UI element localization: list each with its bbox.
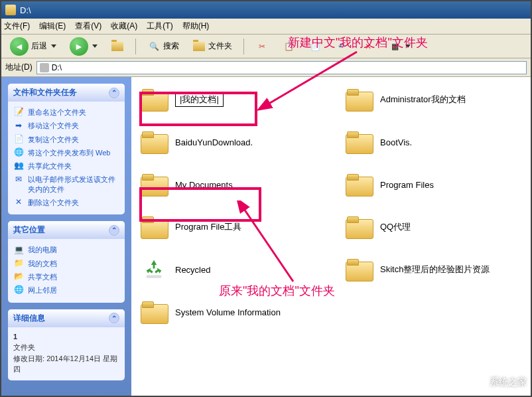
folder-item[interactable]: QQ代理 bbox=[344, 215, 523, 239]
folder-icon bbox=[139, 300, 168, 324]
main-area: 文件和文件夹任务 ⌃ 📝重命名这个文件夹➡移动这个文件夹📄复制这个文件夹🌐将这个… bbox=[1, 77, 531, 396]
details-mod-label: 修改日期: bbox=[13, 355, 44, 362]
search-label: 搜索 bbox=[163, 40, 179, 52]
folder-icon bbox=[139, 88, 168, 112]
up-button[interactable] bbox=[106, 38, 129, 55]
places-panel-header[interactable]: 其它位置 ⌃ bbox=[8, 221, 125, 239]
separator bbox=[243, 39, 244, 54]
task-item[interactable]: ➡移动这个文件夹 bbox=[13, 119, 119, 132]
toolbar: ◄ 后退 ► 🔍 搜索 文件夹 ✂ 📋 📄 ↶ ✕ ▦ bbox=[1, 35, 531, 58]
place-item[interactable]: 🌐网上邻居 bbox=[13, 283, 119, 297]
task-icon: 📄 bbox=[13, 135, 24, 144]
window-title: D:\ bbox=[20, 5, 31, 15]
task-icon: ➡ bbox=[13, 121, 24, 130]
details-title: 详细信息 bbox=[13, 313, 45, 324]
task-item[interactable]: 👥共享此文件夹 bbox=[13, 159, 119, 173]
menu-view[interactable]: 查看(V) bbox=[75, 21, 101, 32]
drive-icon bbox=[40, 63, 49, 72]
menu-edit[interactable]: 编辑(E) bbox=[39, 21, 66, 32]
folder-name: Skitch整理后的经验图片资源 bbox=[380, 264, 490, 276]
side-panel: 文件和文件夹任务 ⌃ 📝重命名这个文件夹➡移动这个文件夹📄复制这个文件夹🌐将这个… bbox=[1, 77, 131, 396]
folder-item[interactable]: BootVis. bbox=[344, 130, 523, 154]
task-item[interactable]: ✉以电子邮件形式发送该文件夹内的文件 bbox=[13, 173, 119, 196]
folder-item[interactable]: Administrator我的文档 bbox=[344, 88, 523, 112]
paste-button[interactable]: 📄 bbox=[304, 38, 326, 55]
recycle-icon bbox=[139, 258, 168, 281]
place-item[interactable]: 📁我的文档 bbox=[13, 257, 119, 270]
folder-item[interactable]: BaiduYunDownload. bbox=[139, 130, 318, 154]
folder-name: My Documents bbox=[175, 180, 233, 190]
copy-button[interactable]: 📋 bbox=[277, 38, 300, 55]
undo-button[interactable]: ↶ bbox=[330, 38, 353, 55]
places-title: 其它位置 bbox=[13, 224, 45, 236]
task-label: 删除这个文件夹 bbox=[28, 198, 79, 207]
folder-name: BaiduYunDownload. bbox=[175, 137, 253, 147]
menu-help[interactable]: 帮助(H) bbox=[182, 21, 210, 32]
tasks-panel: 文件和文件夹任务 ⌃ 📝重命名这个文件夹➡移动这个文件夹📄复制这个文件夹🌐将这个… bbox=[8, 84, 125, 214]
views-button[interactable]: ▦ bbox=[383, 38, 415, 55]
task-icon: 🌐 bbox=[13, 148, 24, 157]
menu-tools[interactable]: 工具(T) bbox=[147, 21, 172, 32]
task-item[interactable]: ✕删除这个文件夹 bbox=[13, 196, 119, 209]
watermark-logo-icon bbox=[464, 373, 486, 392]
task-label: 移动这个文件夹 bbox=[28, 121, 79, 130]
place-label: 共享文档 bbox=[28, 272, 57, 281]
folder-item[interactable]: System Volume Information bbox=[139, 300, 318, 324]
task-label: 共享此文件夹 bbox=[28, 161, 72, 171]
place-label: 我的文档 bbox=[28, 259, 57, 268]
collapse-icon: ⌃ bbox=[109, 88, 119, 98]
menu-favorites[interactable]: 收藏(A) bbox=[111, 21, 137, 32]
folder-name: Administrator我的文档 bbox=[380, 94, 466, 106]
task-icon: 👥 bbox=[13, 161, 24, 171]
paste-icon: 📄 bbox=[308, 40, 322, 53]
folders-label: 文件夹 bbox=[208, 40, 232, 52]
folders-button[interactable]: 文件夹 bbox=[188, 38, 237, 55]
cut-button[interactable]: ✂ bbox=[251, 38, 273, 55]
tasks-panel-header[interactable]: 文件和文件夹任务 ⌃ bbox=[8, 84, 125, 102]
place-label: 我的电脑 bbox=[28, 245, 57, 254]
address-label: 地址(D) bbox=[5, 62, 33, 73]
details-panel: 详细信息 ⌃ 1 文件夹 修改日期: 2014年12月14日 星期四 bbox=[8, 309, 125, 380]
folder-item[interactable]: Recycled bbox=[139, 258, 318, 281]
views-icon: ▦ bbox=[388, 40, 401, 53]
folder-item[interactable]: Skitch整理后的经验图片资源 bbox=[344, 258, 523, 281]
watermark-text: 系统之家 bbox=[490, 376, 527, 388]
folder-item[interactable]: My Documents bbox=[139, 173, 318, 197]
menu-file[interactable]: 文件(F) bbox=[4, 21, 30, 32]
forward-button[interactable]: ► bbox=[65, 35, 102, 58]
folder-name-editing[interactable]: |我的文档| bbox=[175, 92, 224, 107]
task-item[interactable]: 📝重命名这个文件夹 bbox=[13, 106, 119, 119]
place-icon: 📂 bbox=[13, 272, 24, 281]
folder-item[interactable]: Program File工具 bbox=[139, 215, 318, 239]
address-bar: 地址(D) D:\ bbox=[1, 58, 531, 77]
details-name: 1 bbox=[13, 333, 17, 341]
folder-name: Program File工具 bbox=[175, 221, 241, 233]
place-item[interactable]: 📂共享文档 bbox=[13, 270, 119, 283]
folder-icon bbox=[344, 258, 373, 281]
title-bar: D:\ bbox=[1, 1, 531, 19]
task-item[interactable]: 📄复制这个文件夹 bbox=[13, 133, 119, 146]
task-label: 将这个文件夹发布到 Web bbox=[28, 148, 110, 157]
places-body: 💻我的电脑📁我的文档📂共享文档🌐网上邻居 bbox=[8, 239, 125, 302]
details-panel-header[interactable]: 详细信息 ⌃ bbox=[8, 309, 125, 327]
back-button[interactable]: ◄ 后退 bbox=[5, 35, 61, 58]
folder-icon bbox=[139, 215, 168, 239]
folder-content[interactable]: |我的文档| Administrator我的文档BaiduYunDownload… bbox=[131, 77, 531, 396]
folders-icon bbox=[192, 40, 206, 53]
address-field[interactable]: D:\ bbox=[36, 61, 527, 74]
folder-name: Program Files bbox=[380, 180, 434, 190]
copy-icon: 📋 bbox=[282, 40, 295, 53]
dropdown-icon bbox=[405, 44, 411, 48]
task-label: 以电子邮件形式发送该文件夹内的文件 bbox=[28, 175, 119, 194]
search-button[interactable]: 🔍 搜索 bbox=[143, 38, 184, 55]
task-item[interactable]: 🌐将这个文件夹发布到 Web bbox=[13, 146, 119, 159]
folder-icon bbox=[139, 173, 168, 197]
task-label: 复制这个文件夹 bbox=[28, 135, 79, 144]
forward-icon: ► bbox=[70, 37, 88, 56]
svg-rect-0 bbox=[147, 276, 162, 278]
delete-button[interactable]: ✕ bbox=[357, 38, 379, 55]
folder-item[interactable]: |我的文档| bbox=[139, 88, 318, 112]
folder-name: Recycled bbox=[175, 265, 210, 275]
folder-item[interactable]: Program Files bbox=[344, 173, 523, 197]
place-item[interactable]: 💻我的电脑 bbox=[13, 243, 119, 256]
